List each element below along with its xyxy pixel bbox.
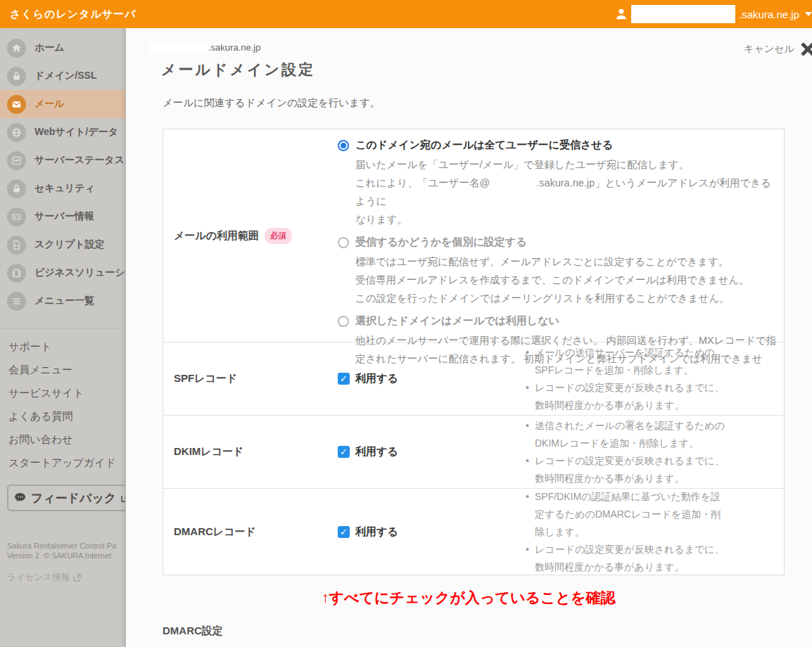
dkim-notes: 送信されたメールの署名を認証するためのDKIMレコードを追加・削除します。 レコ…	[524, 417, 742, 487]
sidebar-item-business-solution[interactable]: ビジネスソリューシ	[0, 259, 125, 287]
spf-label: SPFレコード	[163, 342, 338, 415]
license-link[interactable]: ライセンス情報	[7, 572, 125, 584]
dkim-checkbox-label: 利用する	[355, 445, 398, 459]
sidebar: ホーム ドメイン/SSL メール Webサイト/データ	[0, 28, 125, 647]
sidebar-item-mail[interactable]: メール	[0, 90, 125, 118]
note-item: レコードの設定変更が反映されるまでに、数時間程度かかる事があります。	[524, 452, 728, 487]
sidebar-item-server-status[interactable]: サーバーステータス	[0, 146, 125, 174]
sidebar-item-website-data[interactable]: Webサイト/データ	[0, 118, 125, 146]
business-icon	[7, 264, 26, 283]
note-item: メールの送信サーバーを認証するためのSPFレコードを追加・削除します。	[524, 344, 728, 379]
external-link-icon	[72, 573, 82, 582]
dmarc-use-checkbox[interactable]	[338, 526, 350, 538]
sidebar-link-service-site[interactable]: サービスサイト	[0, 382, 125, 405]
dmarc-label: DMARCレコード	[163, 489, 338, 575]
sidebar-item-label: スクリプト設定	[34, 238, 105, 251]
sidebar-menu: ホーム ドメイン/SSL メール Webサイト/データ	[0, 28, 125, 315]
dmarc-section-title: DMARC設定	[163, 624, 223, 638]
sidebar-item-label: ドメイン/SSL	[34, 70, 96, 82]
option-label: このドメイン宛のメールは全てユーザーに受信させる	[355, 139, 613, 152]
app-root: さくらのレンタルサーバ .sakura.ne.jp ホーム	[0, 0, 812, 647]
sidebar-item-label: メール	[34, 98, 65, 110]
mail-icon	[7, 95, 26, 114]
dkim-record-row: DKIMレコード 利用する 送信されたメールの署名を認証するためのDKIMレコー…	[163, 415, 784, 488]
spf-checkbox-label: 利用する	[355, 372, 398, 385]
spf-use-checkbox[interactable]	[338, 373, 350, 385]
sidebar-item-label: メニュー一覧	[34, 295, 94, 307]
footer-line-2: Version 2. © SAKURA Internet	[7, 551, 125, 560]
option-label: 受信するかどうかを個別に設定する	[355, 236, 527, 249]
desc-line: 届いたメールを「ユーザー/メール」で登録したユーザ宛に配信します。	[355, 155, 778, 174]
option-no-mail-choice[interactable]: 選択したドメインはメールでは利用しない	[338, 314, 778, 328]
sidebar-item-label: サーバーステータス	[34, 154, 125, 167]
sidebar-item-label: セキュリティ	[34, 182, 95, 195]
feedback-button[interactable]: フィードバック	[7, 485, 125, 511]
sidebar-item-label: ホーム	[34, 41, 65, 54]
page-description: メールに関連するドメインの設定を行います。	[163, 96, 812, 110]
radio-no-mail[interactable]	[338, 316, 349, 327]
web-icon	[7, 123, 26, 142]
domain-suffix: .sakura.ne.jp	[208, 42, 260, 53]
mail-scope-options: このドメイン宛のメールは全てユーザーに受信させる 届いたメールを「ユーザー/メー…	[338, 129, 784, 342]
sidebar-item-label: Webサイト/データ	[34, 126, 118, 139]
required-badge: 必須	[265, 228, 292, 244]
spf-notes: メールの送信サーバーを認証するためのSPFレコードを追加・削除します。 レコード…	[524, 344, 742, 414]
sidebar-item-label: サーバー情報	[34, 210, 94, 223]
dkim-use-checkbox[interactable]	[338, 446, 350, 458]
option-label: 選択したドメインはメールでは利用しない	[355, 314, 559, 328]
dmarc-checkbox-label: 利用する	[355, 525, 398, 539]
sidebar-item-home[interactable]: ホーム	[0, 34, 125, 62]
sidebar-item-script-settings[interactable]: スクリプト設定	[0, 231, 125, 259]
page-title: メールドメイン設定	[161, 60, 812, 79]
footer-line-1: Sakura Rentalserver Control Pa	[7, 541, 125, 551]
user-icon	[615, 8, 628, 20]
check-all-annotation: ↑すべてにチェックが入っていることを確認	[322, 588, 615, 608]
redacted-domain-name	[148, 42, 208, 53]
radio-receive-all[interactable]	[338, 140, 349, 151]
app-title: さくらのレンタルサーバ	[10, 8, 137, 21]
feedback-button-label: フィードバック	[31, 490, 116, 506]
speech-bubble-icon	[14, 492, 27, 504]
sidebar-links: サポート 会員メニュー サービスサイト よくある質問 お問い合わせ スタートアッ…	[0, 335, 125, 475]
redacted-domain-inline	[490, 179, 536, 186]
desc-line: 標準ではユーザ宛に配信せず、メールアドレスごとに設定することができます。	[355, 252, 778, 271]
sidebar-item-server-info[interactable]: サーバー情報	[0, 203, 125, 231]
mail-scope-label-cell: メールの利用範囲 必須	[163, 129, 338, 342]
desc-line: この設定を行ったドメインではメーリングリストを利用することができません。	[355, 289, 778, 307]
account-domain-suffix: .sakura.ne.jp	[739, 8, 799, 20]
option-receive-all-choice[interactable]: このドメイン宛のメールは全てユーザーに受信させる	[338, 139, 778, 152]
cancel-button[interactable]: キャンセル	[744, 41, 812, 58]
sidebar-item-menu-list[interactable]: メニュー一覧	[0, 287, 125, 315]
sidebar-footer-text: Sakura Rentalserver Control Pa Version 2…	[7, 541, 125, 560]
option-individual: 受信するかどうかを個別に設定する 標準ではユーザ宛に配信せず、メールアドレスごと…	[338, 236, 778, 307]
mail-scope-label: メールの利用範囲	[174, 229, 259, 243]
sidebar-link-contact[interactable]: お問い合わせ	[0, 428, 125, 451]
close-icon[interactable]	[799, 41, 812, 58]
sidebar-link-member-menu[interactable]: 会員メニュー	[0, 359, 125, 382]
script-icon	[7, 236, 26, 255]
account-menu[interactable]: .sakura.ne.jp	[615, 5, 812, 23]
spf-checkbox-cell: 利用する	[338, 342, 524, 415]
external-link-icon	[120, 493, 125, 503]
menu-list-icon	[7, 292, 26, 311]
mail-scope-row: メールの利用範囲 必須 このドメイン宛のメールは全てユーザーに受信させる 届いた…	[163, 129, 784, 342]
sidebar-item-security[interactable]: セキュリティ	[0, 174, 125, 203]
spf-record-row: SPFレコード 利用する メールの送信サーバーを認証するためのSPFレコードを追…	[163, 342, 784, 415]
mail-domain-settings-panel: .sakura.ne.jp キャンセル メールドメイン設定 メールに関連するドメ…	[125, 28, 812, 647]
sidebar-item-domain-ssl[interactable]: ドメイン/SSL	[0, 62, 125, 90]
option-description: 届いたメールを「ユーザー/メール」で登録したユーザ宛に配信します。 これにより、…	[355, 155, 778, 229]
target-domain: .sakura.ne.jp	[148, 42, 812, 53]
radio-individual[interactable]	[338, 237, 349, 248]
note-item: 送信されたメールの署名を認証するためのDKIMレコードを追加・削除します。	[524, 417, 728, 452]
note-item: SPF/DKIMの認証結果に基づいた動作を設定するためのDMARCレコードを追加…	[524, 488, 728, 541]
sidebar-link-startup-guide[interactable]: スタートアップガイド	[0, 451, 125, 475]
sidebar-divider	[0, 328, 125, 328]
home-icon	[7, 39, 26, 58]
sidebar-link-support[interactable]: サポート	[0, 335, 125, 359]
dmarc-checkbox-cell: 利用する	[338, 489, 524, 575]
cancel-label: キャンセル	[744, 43, 794, 56]
sidebar-link-faq[interactable]: よくある質問	[0, 405, 125, 428]
option-individual-choice[interactable]: 受信するかどうかを個別に設定する	[338, 236, 778, 249]
dmarc-notes: SPF/DKIMの認証結果に基づいた動作を設定するためのDMARCレコードを追加…	[524, 488, 742, 576]
server-status-icon	[7, 151, 26, 170]
